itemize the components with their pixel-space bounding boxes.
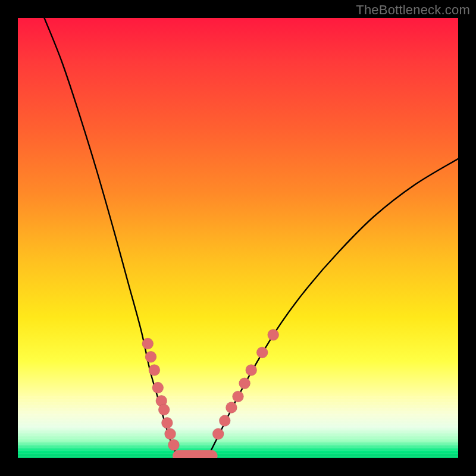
plot-area xyxy=(18,18,458,458)
chart-frame: TheBottleneck.com xyxy=(0,0,476,476)
marker-group xyxy=(142,329,279,450)
watermark-text: TheBottleneck.com xyxy=(356,2,470,18)
chart-overlay xyxy=(18,18,458,458)
data-marker xyxy=(219,415,230,427)
curve-right-branch xyxy=(207,159,458,458)
data-marker xyxy=(158,404,170,415)
data-marker xyxy=(161,417,173,428)
data-marker xyxy=(246,365,257,376)
data-marker xyxy=(256,347,268,358)
data-marker xyxy=(268,329,279,340)
data-marker xyxy=(233,391,244,402)
data-marker xyxy=(149,365,160,376)
data-marker xyxy=(152,382,164,393)
data-marker xyxy=(168,439,179,450)
data-marker xyxy=(165,428,176,440)
data-marker xyxy=(239,378,250,389)
data-marker xyxy=(212,428,224,440)
data-marker xyxy=(142,338,154,349)
data-marker xyxy=(145,351,156,362)
data-marker xyxy=(226,402,237,413)
